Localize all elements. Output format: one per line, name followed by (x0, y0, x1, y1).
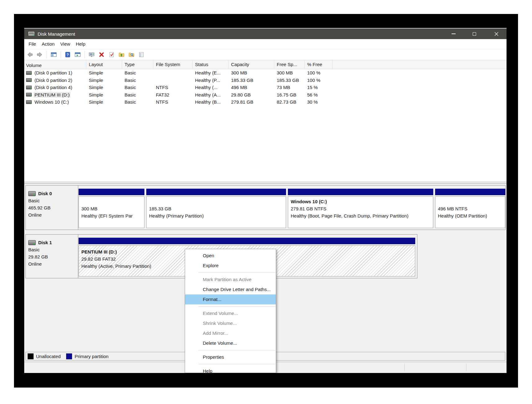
menu-separator (198, 306, 275, 307)
partition-efi[interactable]: 300 MB Healthy (EFI System Par (79, 189, 144, 228)
menu-help[interactable]: Help (73, 39, 88, 49)
legend-label: Primary partition (75, 354, 108, 359)
menu-bar: File Action View Help (24, 39, 507, 49)
primary-partition-swatch (66, 353, 72, 359)
task-list-icon[interactable] (138, 52, 144, 58)
table-row[interactable]: (Disk 0 partition 1) Simple Basic Health… (24, 69, 507, 77)
remote-connection-icon[interactable] (89, 52, 95, 58)
disk-icon (28, 191, 36, 196)
disk-type: Basic (28, 197, 75, 204)
column-header-free-space[interactable]: Free Sp... (274, 60, 305, 69)
delete-icon[interactable] (98, 52, 105, 58)
layout-cell: Simple (86, 70, 122, 75)
type-cell: Basic (122, 70, 153, 75)
column-header-pct-free[interactable]: % Free (305, 60, 333, 69)
drive-icon (26, 86, 32, 89)
free-space-cell: 185.33 GB (274, 78, 305, 83)
volume-list-header: Volume Layout Type File System Status Ca… (24, 60, 507, 69)
pct-free-cell: 30 % (305, 99, 333, 105)
menu-item-delete-volume[interactable]: Delete Volume... (185, 338, 276, 348)
volume-list: Volume Layout Type File System Status Ca… (24, 60, 507, 182)
menu-view[interactable]: View (57, 39, 73, 49)
legend-primary-partition: Primary partition (66, 353, 108, 359)
partition-color-bar (146, 189, 286, 195)
type-cell: Basic (122, 99, 153, 105)
menu-item-format[interactable]: Format... (185, 294, 276, 304)
menu-action[interactable]: Action (39, 39, 57, 49)
partition-size: 300 MB (81, 205, 142, 212)
pct-free-cell: 15 % (305, 85, 333, 90)
free-space-cell: 16.75 GB (274, 92, 305, 97)
partition-name (81, 198, 142, 205)
type-cell: Basic (122, 85, 153, 90)
partition-windows-10-c[interactable]: Windows 10 (C:) 279.81 GB NTFS Healthy (… (288, 189, 433, 228)
column-header-capacity[interactable]: Capacity (229, 60, 274, 69)
table-row[interactable]: (Disk 0 partition 4) Simple Basic NTFS H… (24, 84, 507, 91)
table-row[interactable]: (Disk 0 partition 2) Simple Basic Health… (24, 77, 507, 84)
partition-status: Healthy (Primary Partition) (149, 212, 283, 219)
table-row-pentium-iii[interactable]: PENTIUM III (D:) Simple Basic FAT32 Heal… (24, 91, 507, 99)
column-header-file-system[interactable]: File System (153, 60, 193, 69)
drive-icon (26, 78, 32, 82)
volume-cell: (Disk 0 partition 2) (24, 77, 86, 83)
free-space-cell: 300 MB (274, 70, 305, 75)
legend-label: Unallocated (36, 354, 61, 359)
status-cell: Healthy (E... (193, 70, 229, 75)
maximize-icon (473, 32, 476, 36)
back-icon[interactable] (27, 52, 33, 58)
help-icon[interactable]: ? (65, 52, 71, 58)
column-header-status[interactable]: Status (193, 60, 229, 69)
menu-file[interactable]: File (26, 39, 39, 49)
partition-color-bar (435, 189, 505, 195)
toolbar-separator (84, 51, 85, 58)
disk-name: Disk 0 (38, 190, 52, 197)
table-row[interactable]: Windows 10 (C:) Simple Basic NTFS Health… (24, 98, 507, 106)
svg-text:?: ? (66, 53, 69, 57)
capacity-cell: 279.81 GB (229, 99, 274, 105)
minimize-button[interactable] (446, 29, 461, 39)
check-document-icon[interactable] (108, 52, 115, 58)
status-cell: Healthy (B... (193, 99, 229, 105)
column-header-volume[interactable]: Volume (24, 60, 86, 69)
type-cell: Basic (122, 78, 153, 83)
status-bar-separator (466, 364, 466, 371)
partition-color-bar (79, 238, 415, 244)
folder-upload-icon[interactable] (118, 52, 125, 58)
console-window-icon[interactable] (51, 52, 57, 58)
type-cell: Basic (122, 92, 153, 97)
menu-item-properties[interactable]: Properties (185, 352, 276, 362)
free-space-cell: 73 MB (274, 85, 305, 90)
menu-item-explore[interactable]: Explore (185, 261, 276, 271)
file-system-cell: NTFS (153, 85, 193, 90)
console-tree-icon[interactable] (75, 52, 81, 58)
disk-1-label-panel[interactable]: Disk 1 Basic 29.82 GB Online (26, 235, 78, 278)
drive-icon (26, 93, 32, 97)
maximize-button[interactable] (467, 29, 482, 39)
column-header-layout[interactable]: Layout (86, 60, 122, 69)
menu-separator (198, 272, 275, 273)
menu-separator (198, 364, 275, 364)
menu-item-help[interactable]: Help (185, 366, 276, 373)
menu-item-change-drive-letter-and-paths[interactable]: Change Drive Letter and Paths... (185, 285, 276, 294)
folder-search-icon[interactable] (128, 52, 134, 58)
forward-icon[interactable] (37, 52, 43, 58)
partition-name (149, 198, 283, 205)
partition-oem[interactable]: 496 MB NTFS Healthy (OEM Partition) (435, 189, 505, 228)
disk-0-group: Disk 0 Basic 465.92 GB Online 300 MB Hea… (25, 185, 506, 230)
volume-cell: (Disk 0 partition 4) (24, 84, 86, 90)
disk-0-label-panel[interactable]: Disk 0 Basic 465.92 GB Online (26, 186, 78, 230)
window-title: Disk Management (38, 31, 75, 37)
close-icon (494, 32, 498, 36)
disk-name: Disk 1 (38, 239, 52, 246)
close-button[interactable] (489, 29, 504, 39)
menu-item-open[interactable]: Open (185, 251, 276, 261)
disk-type: Basic (28, 246, 75, 253)
layout-cell: Simple (86, 78, 122, 83)
column-header-type[interactable]: Type (122, 60, 153, 69)
disk-size: 465.92 GB (28, 204, 75, 211)
volume-cell: Windows 10 (C:) (24, 99, 86, 105)
status-cell: Healthy (... (193, 85, 229, 90)
drive-icon (26, 100, 32, 104)
partition-primary-185gb[interactable]: 185.33 GB Healthy (Primary Partition) (146, 189, 286, 228)
partition-status: Healthy (OEM Partition) (438, 212, 502, 219)
